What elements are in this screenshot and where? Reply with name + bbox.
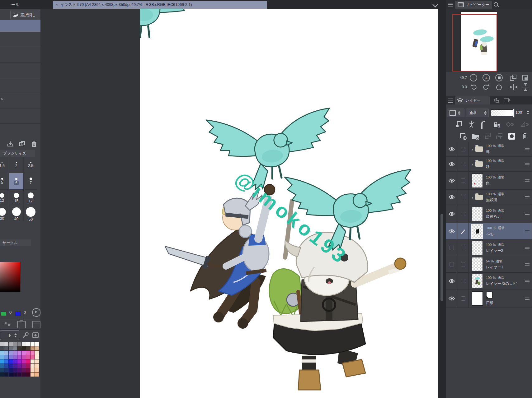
layer-checkbox[interactable] xyxy=(458,190,468,205)
layer-thumbnail[interactable] xyxy=(471,224,483,239)
new-layer-button[interactable] xyxy=(459,132,467,140)
palette-swatch[interactable] xyxy=(17,364,21,368)
palette-swatch[interactable] xyxy=(4,342,8,346)
palette-swatch[interactable] xyxy=(26,373,30,377)
palette-swatch[interactable] xyxy=(22,359,26,363)
layer-row[interactable]: 100 % 通常レイヤー72のコピ xyxy=(446,273,532,289)
brush-size-cell[interactable]: 17 xyxy=(24,190,38,206)
close-document-icon[interactable]: × xyxy=(55,2,58,7)
layer-content[interactable]: ›100 % 通常鉄 xyxy=(468,157,523,171)
layer-content[interactable]: 100 % 通常ふち xyxy=(468,223,523,239)
palette-swatch[interactable] xyxy=(0,359,4,363)
palette-swatch[interactable] xyxy=(35,342,39,346)
palette-swatch[interactable] xyxy=(4,364,8,368)
palette-swatch[interactable] xyxy=(22,346,26,350)
layer-visibility-toggle[interactable] xyxy=(446,172,458,189)
palette-swatch[interactable] xyxy=(0,355,4,359)
palette-swatch[interactable] xyxy=(9,346,13,350)
layer-thumbnail[interactable] xyxy=(472,257,483,271)
fit-to-navigator-icon[interactable] xyxy=(510,75,516,81)
layer-drag-handle[interactable] xyxy=(523,172,532,189)
lock-transparent-pixels-icon[interactable] xyxy=(493,121,501,128)
palette-swatch[interactable] xyxy=(9,368,13,372)
palette-swatch[interactable] xyxy=(17,346,21,350)
layer-row[interactable]: 100 % 通常レイヤー2 xyxy=(446,240,532,256)
layer-visibility-toggle[interactable] xyxy=(446,289,458,308)
layers-menu-icon[interactable] xyxy=(448,99,453,103)
palette-swatch[interactable] xyxy=(13,342,17,346)
layer-content[interactable]: 54 % 通常レイヤー1 xyxy=(468,256,523,272)
color-value-swatch-blue[interactable] xyxy=(15,312,21,316)
layer-checkbox[interactable] xyxy=(458,172,468,189)
palette-swatch[interactable] xyxy=(4,368,8,372)
palette-swatch[interactable] xyxy=(26,342,30,346)
zoom-out-button[interactable]: − xyxy=(470,74,477,81)
palette-swatch[interactable] xyxy=(26,359,30,363)
clip-to-layer-below-icon[interactable] xyxy=(456,121,462,127)
palette-swatch[interactable] xyxy=(31,346,35,350)
layer-thumbnail[interactable] xyxy=(472,174,483,188)
brush-size-cell[interactable]: 6 xyxy=(9,173,23,189)
palette-swatch[interactable] xyxy=(13,351,17,355)
layer-drag-handle[interactable] xyxy=(523,223,532,239)
subtool-item[interactable] xyxy=(0,94,40,109)
fit-to-screen-icon[interactable] xyxy=(522,75,528,81)
palette-swatch[interactable] xyxy=(4,359,8,363)
brush-size-panel-tab[interactable]: ブラシサイズ xyxy=(0,150,35,157)
brush-size-cell[interactable]: 12 xyxy=(0,190,9,206)
layer-content[interactable]: 100 % 通常鳥後ろ足 xyxy=(468,205,523,223)
palette-swatch[interactable] xyxy=(31,342,35,346)
palette-swatch[interactable] xyxy=(22,364,26,368)
subtool-item[interactable] xyxy=(0,78,40,94)
navigator-menu-icon[interactable] xyxy=(448,3,453,7)
opacity-slider[interactable] xyxy=(491,109,514,116)
ruler-link-icon[interactable] xyxy=(520,121,529,127)
color-set-dropdown[interactable]: ト xyxy=(0,330,19,340)
layer-thumbnail[interactable] xyxy=(472,241,483,255)
palette-swatch[interactable] xyxy=(26,355,30,359)
tab-layers[interactable]: レイヤー xyxy=(455,96,490,104)
reference-layer-icon[interactable] xyxy=(468,121,474,128)
palette-swatch[interactable] xyxy=(9,373,13,377)
palette-swatch[interactable] xyxy=(0,351,4,355)
palette-swatch[interactable] xyxy=(35,373,39,377)
palette-swatch[interactable] xyxy=(4,351,8,355)
palette-swatch[interactable] xyxy=(17,351,21,355)
mixer-sliders-icon[interactable] xyxy=(4,322,11,328)
scrollbar-thumb[interactable] xyxy=(440,214,443,301)
layer-drag-handle[interactable] xyxy=(523,205,532,223)
palette-swatch[interactable] xyxy=(35,368,39,372)
opacity-slider-handle[interactable] xyxy=(513,109,515,118)
layer-visibility-toggle[interactable] xyxy=(446,157,458,171)
import-color-set-icon[interactable] xyxy=(32,331,39,339)
palette-swatch[interactable] xyxy=(22,342,26,346)
brush-size-cell[interactable]: 15 xyxy=(9,190,23,206)
chevron-down-icon[interactable] xyxy=(432,2,438,7)
palette-swatch[interactable] xyxy=(0,342,4,346)
palette-window-icon[interactable] xyxy=(32,321,40,328)
layer-content[interactable]: ›100 % 通常無頼漢 xyxy=(468,190,523,205)
palette-swatch[interactable] xyxy=(35,351,39,355)
layer-drag-handle[interactable] xyxy=(523,240,532,256)
toolcase-icon[interactable] xyxy=(17,321,26,328)
palette-swatch[interactable] xyxy=(26,346,30,350)
palette-swatch[interactable] xyxy=(0,364,4,368)
palette-swatch[interactable] xyxy=(9,364,13,368)
delete-icon[interactable] xyxy=(31,141,37,147)
brush-size-cell[interactable]: 50 xyxy=(24,206,38,222)
layer-visibility-toggle[interactable] xyxy=(446,190,458,205)
lock-layer-icon[interactable] xyxy=(481,123,483,129)
layer-property-icon[interactable] xyxy=(504,98,511,103)
palette-color-filter-dropdown[interactable] xyxy=(447,109,464,117)
layer-checkbox[interactable] xyxy=(458,240,468,256)
layer-visibility-toggle[interactable] xyxy=(446,142,458,156)
flip-horizontal-icon[interactable] xyxy=(510,83,517,91)
palette-swatch[interactable] xyxy=(31,355,35,359)
palette-swatch[interactable] xyxy=(17,359,21,363)
register-brush-size-icon[interactable] xyxy=(7,141,14,147)
palette-swatch[interactable] xyxy=(9,342,13,346)
palette-swatch[interactable] xyxy=(26,351,30,355)
palette-swatch[interactable] xyxy=(35,355,39,359)
palette-swatch[interactable] xyxy=(35,359,39,363)
palette-swatch[interactable] xyxy=(31,364,35,368)
